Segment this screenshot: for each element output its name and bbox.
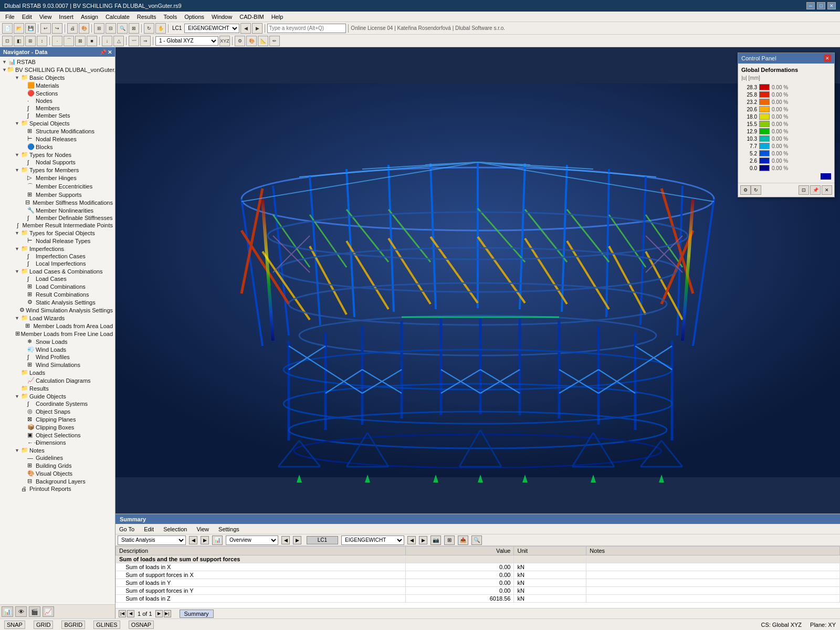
nav-item-result-combinations[interactable]: ⊞ Result Combinations	[0, 290, 115, 298]
cp-settings-btn[interactable]: ⚙	[740, 185, 751, 195]
summary-menu-go-to[interactable]: Go To	[118, 526, 136, 533]
overview-selector[interactable]: Overview	[226, 536, 278, 545]
nav-item-background-layers[interactable]: ⊟ Background Layers	[0, 477, 115, 485]
tree-toggle[interactable]: ▼	[2, 59, 8, 65]
rotate-btn[interactable]: ↻	[144, 23, 154, 34]
view-btn2[interactable]: ◧	[14, 36, 24, 46]
tree-toggle[interactable]: ▼	[15, 121, 21, 126]
menu-item-calculate[interactable]: Calculate	[102, 13, 133, 21]
nav-item-object-snaps[interactable]: ◎ Object Snaps	[0, 407, 115, 415]
lc-next-btn[interactable]: ▶	[419, 536, 427, 544]
cp-close2-btn[interactable]: ✕	[822, 185, 832, 195]
surface-btn[interactable]: ⊠	[75, 36, 86, 46]
deselect-btn[interactable]: ⊟	[106, 23, 116, 34]
undo-button[interactable]: ↩	[40, 23, 51, 34]
view-btn1[interactable]: ⊡	[2, 36, 13, 46]
measure-btn[interactable]: 📐	[258, 36, 268, 46]
first-page-btn[interactable]: |◀	[119, 610, 126, 617]
lc-value-selector[interactable]: EIGENGEWICHT	[341, 536, 404, 545]
control-panel-close-button[interactable]: ✕	[824, 55, 831, 62]
nav-item-clipping-boxes[interactable]: 📦 Clipping Boxes	[0, 423, 115, 431]
nav-item-member-hinges[interactable]: ▷ Member Hinges	[0, 174, 115, 182]
nav-item-notes[interactable]: ▼ 📁 Notes	[0, 446, 115, 454]
summary-menu-view[interactable]: View	[195, 526, 211, 533]
select-all-btn[interactable]: ⊞	[94, 23, 104, 34]
nav-item-nodes[interactable]: · Nodes	[0, 97, 115, 104]
nav-item-types-for-members[interactable]: ▼ 📁 Types for Members	[0, 166, 115, 174]
nav-item-wind-profiles[interactable]: ∫ Wind Profiles	[0, 353, 115, 361]
summary-export-btn[interactable]: 📤	[458, 536, 468, 545]
analysis-type-selector[interactable]: Static Analysis	[118, 536, 186, 545]
pan-btn[interactable]: ✋	[155, 23, 166, 34]
nav-item-load-wizards[interactable]: ▼ 📁 Load Wizards	[0, 314, 115, 322]
tree-toggle[interactable]: ▼	[15, 75, 21, 80]
nav-item-member-loads-area[interactable]: ⊞ Member Loads from Area Load	[0, 322, 115, 330]
nav-item-visual-objects[interactable]: 🎨 Visual Objects	[0, 469, 115, 477]
nav-data-btn[interactable]: 📊	[2, 606, 13, 617]
minimize-button[interactable]: ─	[806, 2, 815, 9]
color-btn[interactable]: 🎨	[246, 36, 257, 46]
menu-item-file[interactable]: File	[2, 13, 18, 21]
save-button[interactable]: 💾	[25, 23, 36, 34]
tree-toggle[interactable]: ▼	[2, 67, 7, 72]
menu-item-assign[interactable]: Assign	[78, 13, 101, 21]
force-btn[interactable]: ⇒	[140, 36, 151, 46]
statusbar-item-bgrid[interactable]: BGRID	[61, 621, 85, 629]
menu-item-help[interactable]: Help	[268, 13, 287, 21]
statusbar-item-snap[interactable]: SNAP	[4, 621, 25, 629]
analysis-prev-btn[interactable]: ◀	[189, 536, 197, 544]
nav-item-wind-simulation[interactable]: ⚙ Wind Simulation Analysis Settings	[0, 306, 115, 314]
nav-pin-icon[interactable]: 📌	[100, 49, 106, 55]
zoom-btn[interactable]: 🔍	[117, 23, 128, 34]
load-btn[interactable]: ↓	[102, 36, 112, 46]
nav-item-imperfections[interactable]: ▼ 📁 Imperfections	[0, 245, 115, 253]
member-btn[interactable]: ⌒	[64, 36, 74, 46]
nav-item-member-definable[interactable]: ∫ Member Definable Stiffnesses	[0, 214, 115, 222]
nav-item-dimensions[interactable]: ←→ Dimensions	[0, 439, 115, 446]
menu-item-insert[interactable]: Insert	[56, 13, 77, 21]
menu-item-options[interactable]: Options	[181, 13, 207, 21]
nav-item-object-selections[interactable]: ▣ Object Selections	[0, 431, 115, 439]
nav-item-calc-diagrams[interactable]: 📈 Calculation Diagrams	[0, 376, 115, 384]
support-btn[interactable]: △	[113, 36, 124, 46]
nav-item-local-imperfections[interactable]: ∫ Local Imperfections	[0, 260, 115, 267]
coord-selector[interactable]: 1 - Global XYZ	[155, 36, 218, 46]
search-input[interactable]	[267, 24, 346, 33]
analysis-icon-btn[interactable]: 📊	[212, 536, 223, 545]
lc-prev-btn[interactable]: ◀	[240, 23, 251, 34]
nav-item-nodal-supports[interactable]: ∫ Nodal Supports	[0, 159, 115, 166]
open-button[interactable]: 📂	[14, 23, 24, 34]
menu-item-window[interactable]: Window	[208, 13, 235, 21]
nav-item-types-special[interactable]: ▼ 📁 Types for Special Objects	[0, 229, 115, 237]
nav-item-results[interactable]: 📁 Results	[0, 384, 115, 392]
render-button[interactable]: 🎨	[79, 23, 89, 34]
tree-toggle[interactable]: ▼	[15, 246, 21, 251]
solid-btn[interactable]: ■	[87, 36, 97, 46]
new-button[interactable]: 📄	[2, 23, 13, 34]
nav-item-members[interactable]: ∫ Members	[0, 104, 115, 112]
tree-toggle[interactable]: ▼	[15, 230, 21, 236]
nav-close-icon[interactable]: ✕	[108, 49, 112, 55]
nav-item-guidelines[interactable]: — Guidelines	[0, 454, 115, 461]
settings-btn[interactable]: ⚙	[235, 36, 245, 46]
nav-item-imperfection-cases[interactable]: ∫ Imperfection Cases	[0, 253, 115, 260]
last-page-btn[interactable]: ▶|	[164, 610, 171, 617]
tree-toggle[interactable]: ▼	[15, 269, 21, 274]
nav-item-rstab[interactable]: ▼ 📊 RSTAB	[0, 58, 115, 66]
cp-expand-btn[interactable]: ⊡	[799, 185, 809, 195]
cp-refresh-btn[interactable]: ↻	[751, 185, 761, 195]
nav-item-loads[interactable]: 📁 Loads	[0, 369, 115, 376]
nav-item-guide-objects[interactable]: ▼ 📁 Guide Objects	[0, 392, 115, 400]
nav-results-btn[interactable]: 📈	[43, 606, 54, 617]
summary-menu-selection[interactable]: Selection	[162, 526, 188, 533]
nav-item-project[interactable]: ▼ 📁 BV SCHILLING FA DLUBAL_vonGuter.rs9	[0, 66, 115, 74]
nav-item-static-analysis[interactable]: ⚙ Static Analysis Settings	[0, 298, 115, 306]
nav-item-building-grids[interactable]: ⊞ Building Grids	[0, 461, 115, 469]
nav-item-nodal-releases[interactable]: ⊢ Nodal Releases	[0, 135, 115, 143]
overview-next-btn[interactable]: ▶	[293, 536, 301, 544]
nav-item-member-stiffness[interactable]: ⊟ Member Stiffness Modifications	[0, 198, 115, 206]
zoom-fit-btn[interactable]: ⊠	[129, 23, 139, 34]
nav-item-types-for-nodes[interactable]: ▼ 📁 Types for Nodes	[0, 151, 115, 159]
menu-item-cad-bim[interactable]: CAD-BIM	[236, 13, 267, 21]
tree-toggle[interactable]: ▼	[15, 167, 21, 173]
